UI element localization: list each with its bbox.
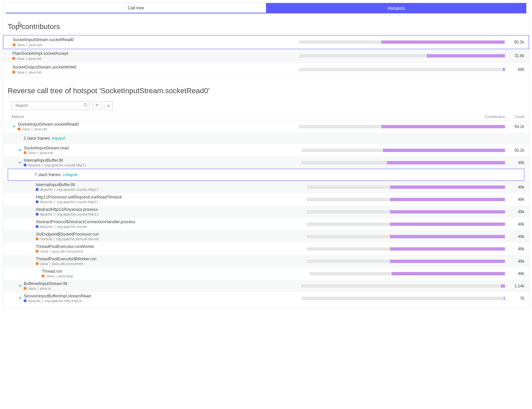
tree-row[interactable]: SessionInputBufferImpl.streamReadApache … (3, 292, 529, 304)
controls-row (12, 101, 529, 110)
tree-row[interactable]: ThreadPoolExecutor.runWorkerJava | java.… (3, 243, 529, 255)
tree-row[interactable]: AbstractHttp11Processor.processApache | … (3, 206, 529, 218)
contribution-bar (301, 149, 505, 152)
tc-pkg: java.net (29, 70, 42, 74)
tc-count: 50.2k (505, 40, 524, 44)
tree-method: ThreadPoolExecutor$Worker.run (36, 257, 97, 261)
tree-count: 49k (505, 259, 524, 264)
tab-hotspots[interactable]: Hotspots (266, 3, 526, 13)
tab-call-tree[interactable]: Call tree (6, 3, 266, 13)
search-input[interactable] (15, 103, 83, 108)
tree-row[interactable]: JIoEndpoint$SocketProcessor.runTomcat | … (3, 230, 529, 243)
tree-pkg: org.apache.tomcat.util.net (56, 237, 99, 241)
tc-method: SocketOutputStream.socketWrite0 (12, 65, 299, 70)
tree-tech: Java (40, 262, 48, 266)
col-contribution: Contribution (299, 115, 505, 119)
tree-tech: Java (28, 151, 36, 155)
contribution-bar (301, 297, 505, 300)
tree-tech: Java (40, 249, 48, 253)
tree-method: Http11Processor.setRequestLineReadTimeou… (36, 195, 122, 199)
contribution-bar (299, 125, 505, 128)
tree-pkg: java.net (34, 127, 47, 131)
tree-count: 49k (505, 271, 524, 276)
tc-meta: Java | java.net (12, 56, 299, 60)
tree-tech: Java (28, 286, 36, 290)
frames-action-link[interactable]: collapse (63, 172, 78, 177)
frames-action-link[interactable]: expand (52, 136, 65, 141)
tree-row[interactable]: Thread.runJava | java.lang49k (3, 267, 529, 280)
tree-row[interactable]: Http11Processor.setRequestLineReadTimeou… (3, 193, 529, 206)
chevron-none (30, 210, 34, 214)
tree-row[interactable]: InternalInputBuffer.fillApache | org.apa… (3, 156, 529, 169)
top-contributor-row[interactable]: SocketInputStream.socketRead0Java | java… (3, 35, 529, 49)
tree-row[interactable]: SocketInputStream.readJava | java.net50.… (3, 144, 529, 156)
frames-label: 7 stack frames (35, 172, 61, 177)
chevron-right-icon[interactable] (18, 284, 22, 288)
tree-meta: Java | java.util.concurrent (36, 249, 94, 253)
stack-frames-row[interactable]: 7 stack framescollapse (8, 169, 524, 181)
top-contributor-row[interactable]: PlainSocketImpl.socketAcceptJava | java.… (3, 49, 529, 63)
col-count: Count (505, 115, 524, 119)
tree-row[interactable]: AbstractProtocol$AbstractConnectionHandl… (3, 218, 529, 230)
tree-count: 50.2k (505, 124, 524, 129)
chevron-down-icon[interactable] (18, 161, 22, 165)
chevron-right-icon[interactable] (18, 296, 22, 300)
tree-method: BufferedInputStream.fill (24, 281, 67, 286)
svg-line-1 (86, 106, 87, 107)
tree-count: 78 (505, 296, 524, 301)
contribution-bar (299, 40, 505, 44)
tech-swatch-icon (12, 57, 15, 60)
stack-frames-row[interactable]: 2 stack framesexpand (3, 133, 529, 144)
tech-swatch-icon (36, 213, 38, 216)
chevron-down-icon[interactable] (12, 125, 16, 129)
chevron-none (30, 185, 34, 189)
search-box[interactable] (12, 101, 90, 110)
tc-tech: Java (17, 43, 25, 47)
tree-pkg: java.lang (58, 274, 73, 278)
tech-swatch-icon (24, 299, 26, 302)
tree-meta: Apache | org.apache.coyote.http11 (36, 212, 98, 216)
tree-count: 1.14k (505, 284, 524, 288)
tech-swatch-icon (36, 262, 38, 265)
tc-meta: Java | java.net (13, 43, 299, 47)
tree-pkg: org.apache.coyote.http11 (57, 187, 98, 191)
tree-row[interactable]: InternalInputBuffer.fillApache | org.apa… (3, 181, 529, 193)
tree-pkg: java.io (40, 286, 51, 290)
contribution-bar (309, 272, 505, 275)
chevron-down-icon[interactable] (18, 148, 22, 152)
top-contributor-row[interactable]: SocketOutputStream.socketWrite0Java | ja… (3, 63, 529, 77)
tech-swatch-icon (13, 43, 15, 46)
top-contributors-heading: Top contributors (8, 22, 529, 31)
filter-up-button[interactable] (104, 101, 113, 110)
tree-row[interactable]: BufferedInputStream.fillJava | java.io1.… (3, 280, 529, 292)
tree-row[interactable]: SocketInputStream.socketRead0Java | java… (3, 120, 529, 133)
tree-count: 49k (505, 222, 524, 227)
tech-swatch-icon (36, 188, 38, 191)
contribution-bar (307, 185, 505, 189)
tech-swatch-icon (36, 200, 38, 203)
tree-count: 49k (505, 185, 524, 189)
filter-down-button[interactable] (93, 101, 101, 110)
tree-pkg: org.apache.coyote.http11 (57, 200, 98, 204)
tree-count: 49k (505, 234, 524, 239)
tree-list: SocketInputStream.socketRead0Java | java… (3, 120, 529, 304)
contribution-bar (307, 198, 505, 201)
tree-row[interactable]: ThreadPoolExecutor$Worker.runJava | java… (3, 255, 529, 267)
tech-swatch-icon (42, 275, 44, 277)
tree-method: ThreadPoolExecutor.runWorker (36, 244, 94, 249)
tree-meta: Java | java.util.concurrent (36, 262, 97, 266)
contribution-bar (299, 54, 505, 57)
tree-count: 49k (505, 247, 524, 251)
tree-method: InternalInputBuffer.fill (24, 158, 86, 163)
tree-tech: Tomcat (40, 237, 52, 241)
tc-method: PlainSocketImpl.socketAccept (12, 51, 299, 56)
tree-method: SocketInputStream.socketRead0 (18, 122, 79, 127)
tree-method: SocketInputStream.read (24, 146, 69, 150)
tc-meta: Java | java.net (12, 70, 299, 74)
tree-method: JIoEndpoint$SocketProcessor.run (36, 232, 99, 237)
tree-pkg: org.apache.coyote.http11 (45, 163, 86, 167)
tree-method: InternalInputBuffer.fill (36, 182, 98, 187)
search-icon (83, 103, 88, 108)
tree-tech: Java (46, 274, 54, 278)
contribution-bar (301, 284, 505, 288)
